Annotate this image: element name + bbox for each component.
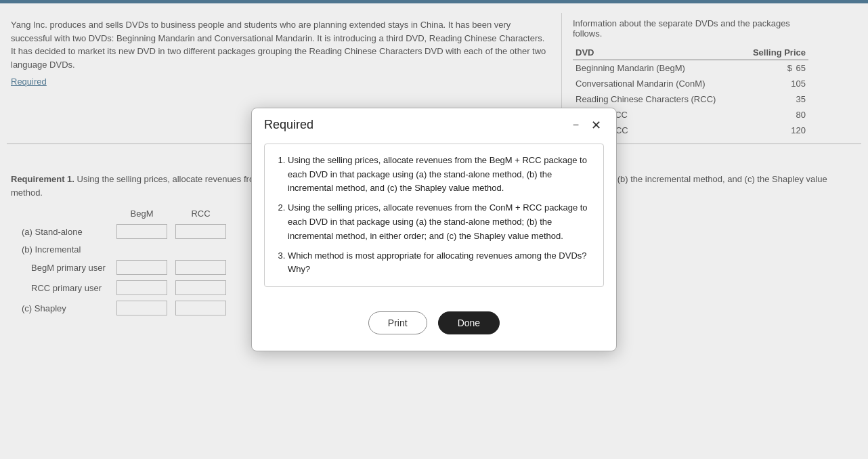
modal-overlay: Required − ✕ Using the selling prices, a… bbox=[0, 0, 868, 459]
modal-list-item: Using the selling prices, allocate reven… bbox=[288, 201, 592, 243]
modal-list-item: Which method is most appropriate for all… bbox=[288, 249, 592, 278]
modal-list: Using the selling prices, allocate reven… bbox=[264, 144, 604, 287]
modal-title: Required bbox=[264, 118, 313, 132]
modal: Required − ✕ Using the selling prices, a… bbox=[251, 108, 617, 351]
modal-footer: Print Done bbox=[252, 311, 616, 351]
print-button[interactable]: Print bbox=[368, 311, 427, 334]
modal-items: Using the selling prices, allocate reven… bbox=[276, 154, 592, 277]
modal-controls: − ✕ bbox=[570, 118, 604, 133]
modal-header: Required − ✕ bbox=[252, 108, 616, 138]
modal-minimize-button[interactable]: − bbox=[570, 119, 582, 131]
modal-body: Using the selling prices, allocate reven… bbox=[252, 138, 616, 311]
modal-list-item: Using the selling prices, allocate reven… bbox=[288, 154, 592, 196]
modal-close-button[interactable]: ✕ bbox=[588, 118, 604, 133]
done-button[interactable]: Done bbox=[438, 311, 500, 334]
